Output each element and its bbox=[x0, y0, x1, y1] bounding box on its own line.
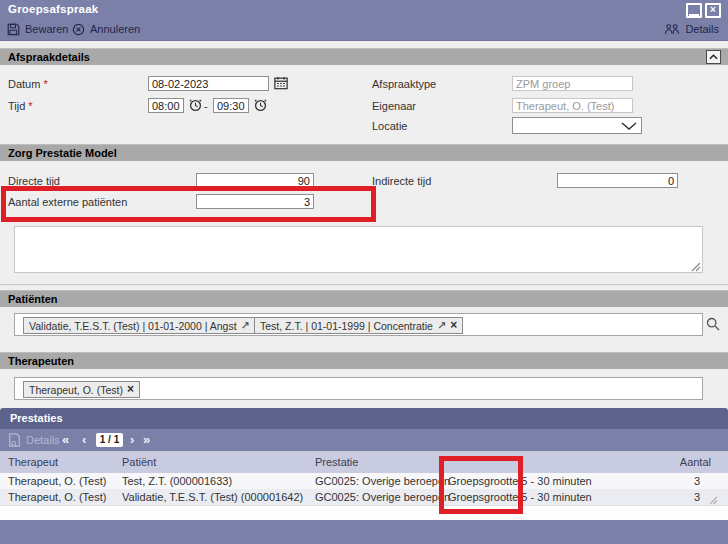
section-patienten-title: Patiënten bbox=[8, 291, 58, 307]
chevron-down-icon bbox=[621, 122, 637, 130]
search-icon[interactable] bbox=[706, 317, 720, 333]
cell-patient: Test, Z.T. (000001633) bbox=[122, 473, 232, 489]
indirecte-tijd-input[interactable] bbox=[557, 173, 678, 188]
prestaties-header: Prestaties bbox=[0, 408, 728, 429]
cancel-button[interactable]: Annuleren bbox=[72, 18, 140, 40]
close-icon: × bbox=[710, 4, 716, 15]
section-afspraakdetails-title: Afspraakdetails bbox=[8, 49, 90, 65]
patient-chip[interactable]: Validatie, T.E.S.T. (Test) | 01-01-2000 … bbox=[23, 317, 267, 334]
minimize-icon bbox=[689, 14, 699, 16]
calendar-icon[interactable] bbox=[274, 76, 288, 92]
window-title: Groepsafspraak bbox=[8, 0, 98, 19]
clock-end-icon[interactable] bbox=[254, 98, 267, 114]
minimize-button[interactable] bbox=[686, 3, 702, 18]
afspraaktype-input bbox=[512, 76, 633, 91]
textarea-resize-grip[interactable] bbox=[691, 262, 701, 272]
aantal-externe-input[interactable] bbox=[196, 194, 314, 209]
main-toolbar: Bewaren Annuleren Details bbox=[0, 18, 728, 41]
collapse-section-button[interactable] bbox=[706, 50, 721, 64]
prev-page-button[interactable]: ‹ bbox=[82, 429, 86, 451]
therapeut-chip[interactable]: Therapeut, O. (Test) × bbox=[23, 381, 140, 398]
cell-groepsgrootte: Groepsgrootte 5 - 30 minuten bbox=[448, 473, 592, 489]
cell-patient: Validatie, T.E.S.T. (Test) (000001642) bbox=[122, 489, 303, 505]
title-bar: Groepsafspraak × bbox=[0, 0, 728, 18]
remove-therapeut-icon[interactable]: × bbox=[127, 382, 134, 397]
section-zpm: Zorg Prestatie Model bbox=[0, 144, 728, 161]
cell-therapeut: Therapeut, O. (Test) bbox=[8, 489, 106, 505]
people-icon bbox=[664, 23, 680, 35]
datum-label: Datum* bbox=[8, 78, 48, 90]
prestatie-details-label: Details bbox=[26, 434, 60, 446]
save-icon bbox=[7, 23, 20, 36]
section-afspraakdetails: Afspraakdetails bbox=[0, 48, 728, 65]
section-divider bbox=[0, 284, 728, 285]
cell-aantal: 3 bbox=[694, 489, 700, 505]
cell-therapeut: Therapeut, O. (Test) bbox=[8, 473, 106, 489]
patient-chip[interactable]: Test, Z.T. | 01-01-1999 | Concentratie ↗… bbox=[254, 317, 463, 334]
table-resize-grip[interactable] bbox=[709, 495, 718, 504]
prestatie-details-button[interactable]: Details bbox=[8, 429, 60, 451]
patient-chip-label: Validatie, T.E.S.T. (Test) | 01-01-2000 … bbox=[29, 320, 237, 332]
details-label: Details bbox=[685, 23, 719, 35]
page-indicator: 1 / 1 bbox=[96, 433, 123, 447]
close-button[interactable]: × bbox=[705, 3, 721, 18]
open-patient-icon[interactable]: ↗ bbox=[241, 318, 250, 333]
col-prestatie: Prestatie bbox=[315, 451, 358, 473]
document-search-icon bbox=[8, 433, 21, 447]
indirecte-tijd-label: Indirecte tijd bbox=[372, 175, 431, 187]
col-therapeut: Therapeut bbox=[8, 451, 58, 473]
locatie-select[interactable] bbox=[512, 117, 642, 134]
eigenaar-input bbox=[512, 98, 633, 113]
tijd-start-input[interactable] bbox=[148, 98, 184, 113]
directe-tijd-label: Directe tijd bbox=[8, 175, 60, 187]
tijd-separator: - bbox=[204, 100, 208, 112]
cancel-icon bbox=[72, 23, 85, 36]
therapeut-chip-label: Therapeut, O. (Test) bbox=[29, 384, 123, 396]
eigenaar-label: Eigenaar bbox=[372, 100, 416, 112]
prestaties-toolbar: Details « ‹ 1 / 1 › » bbox=[0, 429, 728, 451]
opmerking-textarea[interactable] bbox=[14, 226, 703, 273]
cell-groepsgrootte: Groepsgrootte 5 - 30 minuten bbox=[448, 489, 592, 505]
table-row[interactable]: Therapeut, O. (Test) Test, Z.T. (0000016… bbox=[0, 473, 728, 489]
datum-label-text: Datum bbox=[8, 78, 40, 90]
locatie-label: Locatie bbox=[372, 120, 407, 132]
datum-input[interactable] bbox=[148, 76, 269, 91]
table-bottom-strip bbox=[0, 505, 728, 521]
tijd-label-text: Tijd bbox=[8, 100, 25, 112]
patienten-search-field[interactable]: Validatie, T.E.S.T. (Test) | 01-01-2000 … bbox=[14, 313, 703, 336]
last-page-button[interactable]: » bbox=[143, 429, 150, 451]
details-button[interactable]: Details bbox=[664, 18, 719, 40]
tijd-required-mark: * bbox=[28, 100, 32, 112]
tijd-label: Tijd* bbox=[8, 100, 33, 112]
cell-prestatie: GC0025: Overige beroepen bbox=[315, 473, 450, 489]
window-footer bbox=[0, 520, 728, 544]
section-therapeuten: Therapeuten bbox=[0, 352, 728, 369]
save-button[interactable]: Bewaren bbox=[7, 18, 68, 40]
chevron-up-icon bbox=[709, 54, 718, 60]
section-patienten: Patiënten bbox=[0, 290, 728, 307]
next-page-button[interactable]: › bbox=[130, 429, 134, 451]
tijd-end-input[interactable] bbox=[213, 98, 249, 113]
col-aantal: Aantal bbox=[680, 451, 711, 473]
col-patient: Patiënt bbox=[122, 451, 156, 473]
therapeuten-field[interactable]: Therapeut, O. (Test) × bbox=[14, 377, 703, 400]
directe-tijd-input[interactable] bbox=[196, 173, 314, 188]
section-zpm-title: Zorg Prestatie Model bbox=[8, 145, 117, 161]
remove-patient-icon[interactable]: × bbox=[450, 318, 457, 333]
prestaties-title: Prestaties bbox=[10, 408, 63, 429]
cell-aantal: 3 bbox=[694, 473, 700, 489]
first-page-button[interactable]: « bbox=[62, 429, 69, 451]
afspraaktype-label: Afspraaktype bbox=[372, 78, 436, 90]
save-label: Bewaren bbox=[25, 23, 68, 35]
clock-start-icon[interactable] bbox=[189, 98, 202, 114]
cancel-label: Annuleren bbox=[90, 23, 140, 35]
patient-chip-label: Test, Z.T. | 01-01-1999 | Concentratie bbox=[260, 320, 433, 332]
aantal-externe-label: Aantal externe patiënten bbox=[8, 196, 127, 208]
open-patient-icon[interactable]: ↗ bbox=[437, 318, 446, 333]
section-therapeuten-title: Therapeuten bbox=[8, 353, 74, 369]
datum-required-mark: * bbox=[43, 78, 47, 90]
cell-prestatie: GC0025: Overige beroepen bbox=[315, 489, 450, 505]
table-row[interactable]: Therapeut, O. (Test) Validatie, T.E.S.T.… bbox=[0, 489, 728, 505]
prestaties-table-header: Therapeut Patiënt Prestatie Aantal bbox=[0, 451, 728, 473]
